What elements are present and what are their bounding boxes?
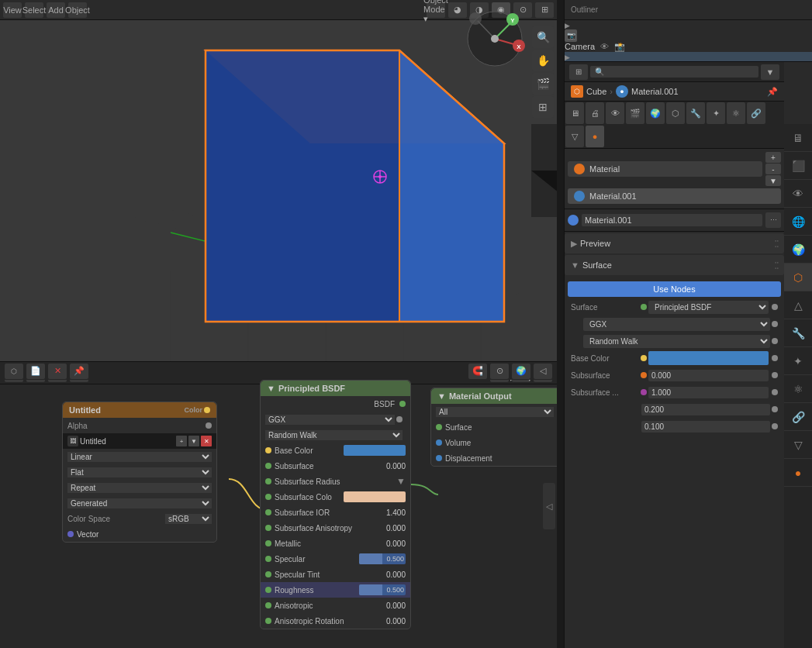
principled-title: ▼ xyxy=(267,384,275,393)
subsurface-aniso-socket xyxy=(265,525,271,531)
mat-down-btn[interactable]: ▼ xyxy=(765,175,781,186)
shading-btn[interactable]: 🌍 xyxy=(512,364,530,379)
prop-tab-data[interactable]: ▽ xyxy=(565,126,584,147)
outliner-title: Outliner xyxy=(571,5,598,14)
prop-tab-data-side[interactable]: ▽ xyxy=(784,431,812,459)
navigation-gizmo[interactable]: Y X xyxy=(464,8,526,70)
texture-image-unlink-btn[interactable]: ✕ xyxy=(201,436,212,446)
prop-tab-particle[interactable]: ✦ xyxy=(707,102,725,124)
prop-tab-physics[interactable]: ⚛ xyxy=(727,102,745,124)
overlay-btn[interactable]: ⊙ xyxy=(490,364,509,379)
breadcrumb-pin-btn[interactable]: 📌 xyxy=(767,87,778,97)
view-menu[interactable]: View xyxy=(3,2,22,18)
prop-tab-world[interactable]: 🌍 xyxy=(646,102,665,124)
subsurface-prop-dot xyxy=(772,372,778,378)
base-color-prop-swatch[interactable] xyxy=(648,351,769,365)
roughness-bar[interactable]: 0.500 xyxy=(359,584,406,595)
object-mode-dropdown[interactable]: Object Mode ▾ xyxy=(427,2,445,18)
prop-tab-render-side[interactable]: 🖥 xyxy=(784,124,812,152)
prop-tab-material-side[interactable]: ● xyxy=(784,459,812,487)
select-menu[interactable]: Select xyxy=(25,2,43,18)
prop-tab-modifier[interactable]: 🔧 xyxy=(686,102,705,124)
prop-tab-constraint-side[interactable]: 🔗 xyxy=(784,403,812,431)
camera-render-icon[interactable]: 📸 xyxy=(614,42,625,51)
subsurface-radius-2-input[interactable] xyxy=(641,404,770,415)
extension-select[interactable]: Flat xyxy=(67,467,212,477)
object-menu[interactable]: Object xyxy=(68,2,87,18)
use-nodes-button[interactable]: Use Nodes xyxy=(568,281,781,297)
shader-select[interactable]: Principled BSDF xyxy=(648,301,769,314)
distribution-prop-select[interactable]: GGX xyxy=(583,318,770,331)
camera-view-icon[interactable]: 🎬 xyxy=(532,73,554,95)
surface-header[interactable]: ▼ Surface :: xyxy=(565,255,784,275)
material-1-item[interactable]: Material xyxy=(568,161,762,177)
preview-header[interactable]: ▶ Preview :: xyxy=(565,233,784,253)
repeat-select[interactable]: Repeat xyxy=(67,483,212,493)
prop-tab-object-side[interactable]: ⬡ xyxy=(784,264,812,291)
expand-btn[interactable]: ◁ xyxy=(534,364,552,379)
prop-tab-render[interactable]: 🖥 xyxy=(565,102,584,124)
subsurface-radius-prop-input[interactable] xyxy=(648,387,769,398)
new-btn[interactable]: 📄 xyxy=(26,364,45,379)
mat-add-btn[interactable]: + xyxy=(765,152,781,163)
zoom-icon[interactable]: 🔍 xyxy=(532,26,554,48)
texture-image-new-btn[interactable]: + xyxy=(176,436,187,446)
prop-tab-mesh-side[interactable]: △ xyxy=(784,291,812,319)
distribution-dot xyxy=(396,416,403,422)
snap-btn[interactable]: 🧲 xyxy=(468,364,487,379)
prop-tab-physics-side[interactable]: ⚛ xyxy=(784,375,812,403)
colorspace-select[interactable]: sRGB xyxy=(165,514,212,524)
prop-tab-constraints[interactable]: 🔗 xyxy=(747,102,765,124)
prop-search-input[interactable] xyxy=(590,66,758,78)
distribution-row[interactable]: GGX xyxy=(261,412,410,427)
metallic-value: 0.000 xyxy=(386,539,406,548)
prop-tab-world-side[interactable]: 🌍 xyxy=(784,236,812,264)
camera-visibility-icon[interactable]: 👁 xyxy=(600,42,609,51)
prop-tab-view-side[interactable]: 👁 xyxy=(784,180,812,208)
gizmo-toggle[interactable]: ⊞ xyxy=(535,2,554,18)
prop-tab-particle-side[interactable]: ✦ xyxy=(784,347,812,375)
outliner-camera-item[interactable]: ▶ 📷 Camera 👁 📸 xyxy=(565,20,812,52)
prop-filter-btn[interactable]: ▼ xyxy=(761,64,779,80)
subsurface-prop-input[interactable] xyxy=(648,370,769,381)
prop-toolbar-icon[interactable]: ⊞ xyxy=(569,64,588,80)
prop-tab-scene-side[interactable]: 🌐 xyxy=(784,208,812,236)
subsurface-radius-3-input[interactable] xyxy=(641,421,770,433)
output-mode-select[interactable]: All xyxy=(436,407,554,417)
specular-bar[interactable]: 0.500 xyxy=(359,553,406,564)
output-all-row[interactable]: All ▼ xyxy=(431,404,557,419)
prop-tab-view[interactable]: 👁 xyxy=(606,102,624,124)
material-options-btn[interactable]: ⋯ xyxy=(765,212,781,228)
subsurface-method-row[interactable]: Random Walk xyxy=(261,427,410,443)
subsurface-method-select[interactable]: Random Walk xyxy=(265,430,403,440)
add-menu[interactable]: Add xyxy=(47,2,65,18)
node-collapse-btn[interactable]: ◁ xyxy=(543,483,555,529)
distribution-select[interactable]: GGX xyxy=(265,415,395,425)
texture-image-row[interactable]: 🖼 Untitled + ▼ ✕ xyxy=(63,433,216,449)
prop-tab-output[interactable]: 🖨 xyxy=(586,102,604,124)
viewport-3d[interactable]: View Select Add Object Object Mode ▾ ◕ ◑… xyxy=(0,0,557,364)
node-editor-icon[interactable]: ⬡ xyxy=(5,364,23,379)
interpolation-select[interactable]: Linear xyxy=(67,452,212,462)
texture-image-browse-btn[interactable]: ▼ xyxy=(188,436,199,446)
close-btn[interactable]: ✕ xyxy=(48,364,67,379)
prop-tab-modifier-side[interactable]: 🔧 xyxy=(784,319,812,347)
mat-remove-btn[interactable]: - xyxy=(765,164,781,174)
outliner-cube-item[interactable]: ▶ ⬡ Cube 👁 📸 xyxy=(565,52,812,62)
subsurface-color-swatch[interactable] xyxy=(344,491,406,502)
svg-text:Y: Y xyxy=(510,17,515,24)
viewport-bottom-toolbar: ⬡ 📄 ✕ 📌 🧲 ⊙ 🌍 ◁ xyxy=(0,361,557,380)
prop-tab-object[interactable]: ⬡ xyxy=(666,102,685,124)
prop-tab-scene[interactable]: 🎬 xyxy=(626,102,644,124)
prop-tab-output-side[interactable]: ⬛ xyxy=(784,152,812,180)
material-2-item[interactable]: Material.001 xyxy=(568,188,781,204)
subsurface-radius-expand[interactable]: ▼ xyxy=(396,476,406,487)
pin-btn[interactable]: 📌 xyxy=(70,364,88,379)
base-color-swatch[interactable] xyxy=(344,445,406,456)
pan-icon[interactable]: ✋ xyxy=(532,50,554,71)
grid-icon[interactable]: ⊞ xyxy=(532,96,554,118)
projection-select[interactable]: Generated xyxy=(67,498,212,508)
random-walk-select[interactable]: Random Walk xyxy=(583,335,770,348)
prop-tab-material[interactable]: ● xyxy=(586,126,604,147)
material-name-input[interactable] xyxy=(582,214,762,226)
